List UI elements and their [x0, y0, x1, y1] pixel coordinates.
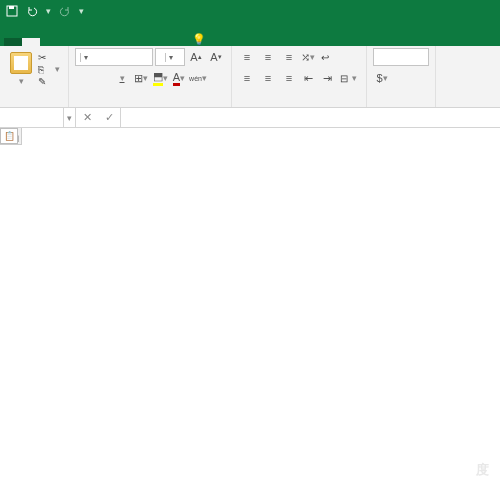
formula-bar: ▾ ✕ ✓ [0, 108, 500, 128]
copy-button[interactable]: ⎘▾ [36, 64, 62, 75]
decrease-font-icon[interactable]: A▾ [207, 48, 225, 66]
quick-access-toolbar: ▾ ▾ [6, 5, 84, 17]
accounting-format-icon[interactable]: $▾ [373, 69, 391, 87]
redo-icon[interactable] [59, 5, 71, 17]
enter-icon[interactable]: ✓ [98, 108, 120, 127]
font-size-select[interactable]: ▾ [155, 48, 185, 66]
merge-icon: ⊟ [340, 73, 348, 84]
tab-home[interactable] [22, 38, 40, 46]
align-top-icon[interactable]: ≡ [238, 48, 256, 66]
name-box-dropdown-icon[interactable]: ▾ [64, 108, 76, 127]
align-center-icon[interactable]: ≡ [259, 69, 277, 87]
align-bottom-icon[interactable]: ≡ [280, 48, 298, 66]
underline-button[interactable]: ▾ [113, 69, 131, 87]
group-clipboard-label [6, 103, 62, 107]
group-clipboard: ▾ ✂ ⎘▾ ✎ [0, 46, 69, 107]
title-bar: ▾ ▾ [0, 0, 500, 22]
undo-icon[interactable] [26, 5, 38, 17]
increase-indent-icon[interactable]: ⇥ [318, 69, 336, 87]
tab-review[interactable] [112, 38, 130, 46]
orientation-icon[interactable]: ⤮▾ [299, 48, 317, 66]
align-right-icon[interactable]: ≡ [280, 69, 298, 87]
tab-data[interactable] [94, 38, 112, 46]
cancel-icon[interactable]: ✕ [76, 108, 98, 127]
fill-color-icon[interactable]: ⬒▾ [151, 69, 169, 87]
column-headers [22, 128, 500, 145]
copy-icon: ⎘ [38, 64, 49, 75]
annotation-arrow [0, 128, 300, 278]
group-font: ▾ ▾ A▴ A▾ ▾ ⊞▾ ⬒▾ A▾ wén▾ [69, 46, 232, 107]
phonetic-icon[interactable]: wén▾ [189, 69, 207, 87]
name-box[interactable] [0, 108, 64, 127]
wrap-icon: ↩ [321, 52, 329, 63]
ribbon: ▾ ✂ ⎘▾ ✎ ▾ ▾ A▴ A▾ ▾ ⊞▾ ⬒▾ A▾ wén▾ [0, 46, 500, 108]
group-number: $▾ [367, 46, 436, 107]
tab-special[interactable] [166, 38, 184, 46]
bold-button[interactable] [75, 69, 93, 87]
align-middle-icon[interactable]: ≡ [259, 48, 277, 66]
paste-icon [10, 52, 32, 74]
number-format-select[interactable] [373, 48, 429, 66]
svg-rect-1 [9, 6, 14, 9]
tab-layout[interactable] [58, 38, 76, 46]
save-icon[interactable] [6, 5, 18, 17]
brush-icon: ✎ [38, 76, 49, 87]
cut-button[interactable]: ✂ [36, 52, 62, 63]
clipboard-mini-icon: 📋 [4, 131, 15, 141]
tab-view[interactable] [130, 38, 148, 46]
scissors-icon: ✂ [38, 52, 49, 63]
spreadsheet-grid: 📋 [0, 128, 500, 503]
tab-insert[interactable] [40, 38, 58, 46]
increase-font-icon[interactable]: A▴ [187, 48, 205, 66]
qat-customize-icon[interactable]: ▾ [79, 6, 84, 16]
group-font-label [75, 103, 225, 107]
ribbon-tabs: 💡 [0, 22, 500, 46]
paste-button[interactable]: ▾ [6, 48, 36, 90]
tab-file[interactable] [4, 38, 22, 46]
wrap-text-button[interactable]: ↩ [318, 48, 334, 66]
decrease-indent-icon[interactable]: ⇤ [299, 69, 317, 87]
tell-me-search[interactable]: 💡 [192, 33, 210, 46]
font-color-icon[interactable]: A▾ [170, 69, 188, 87]
group-number-label [373, 103, 429, 107]
format-painter-button[interactable]: ✎ [36, 76, 62, 87]
italic-button[interactable] [94, 69, 112, 87]
tab-help[interactable] [148, 38, 166, 46]
tab-formulas[interactable] [76, 38, 94, 46]
bulb-icon: 💡 [192, 33, 206, 46]
group-align: ≡ ≡ ≡ ⤮▾ ↩ ≡ ≡ ≡ ⇤ ⇥ ⊟▾ [232, 46, 367, 107]
group-align-label [238, 103, 360, 107]
paste-dropdown-icon[interactable]: ▾ [19, 76, 24, 86]
copy-dropdown-icon[interactable]: ▾ [55, 64, 60, 74]
merge-center-button[interactable]: ⊟▾ [337, 69, 360, 87]
font-name-select[interactable]: ▾ [75, 48, 153, 66]
borders-icon[interactable]: ⊞▾ [132, 69, 150, 87]
paste-options-button[interactable]: 📋 [0, 128, 18, 144]
align-left-icon[interactable]: ≡ [238, 69, 256, 87]
undo-dropdown-icon[interactable]: ▾ [46, 6, 51, 16]
chevron-down-icon[interactable]: ▾ [165, 53, 175, 62]
chevron-down-icon[interactable]: ▾ [80, 53, 90, 62]
